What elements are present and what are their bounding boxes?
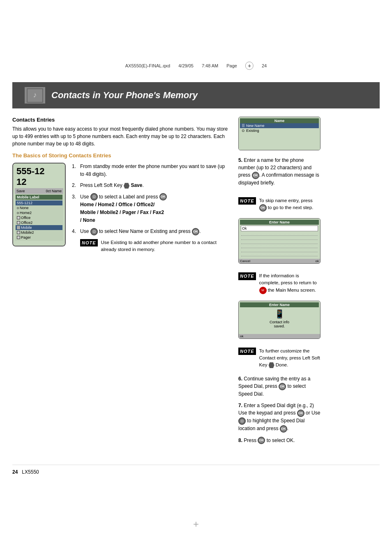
list-number: 555-1212: [16, 200, 62, 205]
page-label: Page: [226, 63, 237, 68]
list-item-home2: Home2: [16, 210, 62, 215]
step-7-num: 7.: [238, 403, 242, 408]
check-mobile2: [17, 231, 20, 234]
check-office2: [17, 221, 20, 224]
step-1-num: 1.: [72, 163, 78, 178]
label-home2: Home2: [20, 211, 32, 215]
ok-icon-step3: OK: [159, 193, 167, 200]
nav-icon-step7: ⊙: [238, 417, 246, 425]
ok-icon-step6: OK: [279, 383, 286, 390]
rp2-input: Ok: [241, 226, 318, 231]
left-column: Contacts Entries This allows you to have…: [12, 117, 230, 448]
label-pager: Pager: [21, 235, 31, 240]
rp1-new-name: New Name: [246, 124, 265, 128]
phone-screen-left: 555-1212 Save 0ct Name Mobile Label 555-…: [13, 164, 65, 246]
menu-icon-note2: M: [259, 287, 267, 294]
phone-label-list: Mobile Label 555-1212 None Home2 Off: [15, 194, 63, 241]
ok-icon-step5: OK: [252, 172, 259, 179]
rp3-saved-text: Contact infosaved.: [242, 320, 317, 328]
note-right-3-text: To further customize the Contact entry, …: [259, 348, 321, 369]
list-item-office: Office: [16, 215, 62, 220]
phone-right-1: Name ☰ New Name ⊙ Existing: [238, 117, 321, 150]
nav-icon-step3: ⊙: [90, 193, 98, 200]
rp2-line-2: [241, 237, 318, 240]
ok-icon-step7a: OK: [297, 410, 304, 417]
phone-right-3-screen: Enter Name 📱 Contact infosaved.: [239, 301, 320, 334]
label-office2: Office2: [21, 221, 32, 225]
svg-text:♪: ♪: [33, 91, 37, 99]
note-right-3: NOTE To further customize the Contact en…: [238, 348, 321, 369]
check-office: [17, 216, 20, 219]
rp2-lines: [240, 232, 319, 258]
right-column: Name ☰ New Name ⊙ Existing 5. Enter a na…: [238, 117, 321, 448]
step-4: 4. Use ⊙ to select New Name or Existing …: [72, 228, 230, 235]
contact-phone-icon: 📱: [242, 309, 317, 319]
radio-home2: [17, 212, 19, 214]
phone-right-1-screen: Name ☰ New Name ⊙ Existing: [239, 117, 320, 150]
note-left-text: Use Existing to add another phone number…: [101, 239, 230, 253]
crosshair-bottom: +: [193, 518, 199, 530]
label-office: Office: [21, 216, 30, 220]
rp2-line-3: [241, 241, 318, 244]
step-6-num: 6.: [238, 376, 242, 382]
check-pager: [17, 236, 20, 239]
step-8: 8. Press OK to select OK.: [238, 437, 321, 444]
note-right-2-tag: NOTE: [238, 272, 256, 280]
note-left-container: NOTE Use Existing to add another phone n…: [80, 239, 230, 253]
filename-label: AX5550(E)-FINAL.qxd: [125, 63, 170, 68]
label-mobile2: Mobile2: [21, 230, 34, 235]
softkey-right-label: 0ct Name: [46, 189, 62, 193]
nav-icon-step4: ⊙: [90, 228, 98, 235]
bottom-registration-area: +: [0, 483, 392, 555]
steps-left: 1. From standby mode enter the phone num…: [72, 163, 230, 256]
phone-right-3: Enter Name 📱 Contact infosaved. ok: [238, 301, 321, 339]
rp2-line-4: [241, 245, 318, 248]
note-right-2-text: If the information is complete, press to…: [259, 272, 321, 294]
rp2-softkeys: Cancel ok: [239, 259, 320, 263]
phone-mockup-left: 555-1212 Save 0ct Name Mobile Label 555-…: [12, 163, 66, 246]
step-1: 1. From standby mode enter the phone num…: [72, 163, 230, 178]
step-4-num: 4.: [72, 228, 78, 235]
steps-6-8: 6. Continue saving the entry as a Speed …: [238, 375, 321, 448]
list-item-mobile2: Mobile2: [16, 230, 62, 235]
rp1-menu-icon: ☰: [242, 124, 245, 128]
phone-number-display: 555-1212: [15, 165, 63, 188]
note-right-2: NOTE If the information is complete, pre…: [238, 272, 321, 294]
step-3-num: 3.: [72, 193, 78, 225]
step-3-text: Use ⊙ to select a Label and press OKHome…: [80, 193, 230, 225]
rp3-ok: ok: [240, 334, 243, 338]
rp1-header: Name: [240, 118, 319, 123]
softkey-left-label: Save: [16, 189, 25, 193]
phone-softkeys: Save 0ct Name: [15, 188, 63, 194]
rp2-line-5: [241, 249, 318, 252]
rp1-selected-item: ☰ New Name: [240, 123, 319, 128]
phone-right-2: Enter Name Ok Cancel ok: [238, 218, 321, 264]
page-number-top: 24: [262, 63, 267, 68]
list-item-office2: Office2: [16, 220, 62, 225]
radio-none: [17, 207, 19, 209]
step-5: 5. Enter a name for the phone number (up…: [238, 157, 321, 187]
step-5-num: 5.: [238, 157, 242, 163]
rp1-existing-label: Existing: [246, 129, 259, 133]
step-1-text: From standby mode enter the phone number…: [80, 163, 230, 178]
softkey-icon-step2: [124, 183, 129, 189]
header-icon: ♪: [25, 87, 45, 104]
list-item-none: None: [16, 205, 62, 210]
main-content: Contacts Entries This allows you to have…: [12, 108, 380, 456]
section1-body: This allows you to have easy access to y…: [12, 125, 230, 147]
phone-right-2-screen: Enter Name Ok: [239, 219, 320, 259]
note-right-1-tag: NOTE: [238, 197, 256, 205]
step-8-num: 8.: [238, 438, 242, 443]
note-right-1-text: To skip name entry, press OK to go to th…: [259, 197, 321, 212]
top-registration-area: AX5550(E)-FINAL.qxd 4/29/05 7:48 AM Page…: [0, 0, 392, 82]
check-mobile: [17, 226, 20, 229]
ok-icon-step4: OK: [192, 228, 199, 235]
rp3-softkeys: ok: [239, 334, 320, 339]
step-7: 7. Enter a Speed Dial digit (e.g., 2) Us…: [238, 402, 321, 432]
header-banner: ♪ Contacts in Your Phone's Memory: [12, 82, 380, 108]
step-3: 3. Use ⊙ to select a Label and press OKH…: [72, 193, 230, 225]
rp3-contact-info: 📱 Contact infosaved.: [240, 307, 319, 330]
rp3-header: Enter Name: [240, 302, 319, 307]
list-item-mobile: Mobile: [16, 225, 62, 230]
ok-icon-step7b: OK: [280, 425, 287, 433]
